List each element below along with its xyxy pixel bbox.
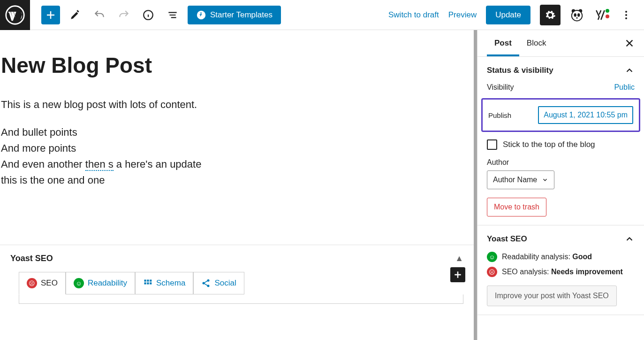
chevron-up-icon: [624, 234, 635, 244]
chevron-up-icon: [624, 65, 635, 76]
info-icon[interactable]: [139, 6, 158, 24]
add-block-button[interactable]: [41, 6, 60, 24]
sticky-checkbox-row[interactable]: Stick to the top of the blog: [487, 139, 635, 150]
status-visibility-panel: Status & visibility Visibility Public Pu…: [477, 57, 644, 225]
wordpress-logo[interactable]: [0, 0, 30, 30]
yoast-bottom-panel: Yoast SEO ▲ ☹ SEO ☺ Readability Schema: [0, 245, 474, 304]
spell-error[interactable]: then s: [85, 158, 114, 171]
more-options-icon[interactable]: [617, 6, 636, 24]
preview-button[interactable]: Preview: [448, 10, 477, 20]
paragraph-1[interactable]: This is a new blog post with lots of con…: [0, 97, 474, 112]
settings-sidebar: Post Block Status & visibility Visibilit…: [477, 30, 644, 340]
visibility-label: Visibility: [487, 83, 514, 92]
svg-point-7: [577, 13, 580, 17]
starter-templates-label: Starter Templates: [210, 10, 273, 20]
update-button[interactable]: Update: [486, 6, 530, 24]
chevron-down-icon: [542, 177, 548, 183]
publish-row-highlight: Publish August 1, 2021 10:55 pm: [481, 98, 640, 132]
sidebar-tab-post[interactable]: Post: [487, 30, 519, 56]
yoast-tab-readability[interactable]: ☺ Readability: [66, 272, 135, 294]
yoast-tab-seo[interactable]: ☹ SEO: [19, 272, 66, 294]
sticky-label: Stick to the top of the blog: [503, 140, 595, 149]
add-block-inline-button[interactable]: [450, 267, 465, 282]
grid-icon: [143, 278, 152, 288]
outline-icon[interactable]: [163, 6, 182, 24]
panda-icon[interactable]: [570, 8, 584, 22]
svg-point-6: [574, 13, 577, 17]
editor-area[interactable]: New Blog Post This is a new blog post wi…: [0, 30, 477, 340]
edit-icon[interactable]: [66, 6, 84, 24]
svg-point-9: [625, 11, 627, 13]
svg-rect-13: [147, 280, 149, 282]
svg-rect-15: [144, 283, 146, 285]
caret-up-icon: ▲: [455, 254, 463, 263]
switch-to-draft-button[interactable]: Switch to draft: [388, 10, 439, 20]
move-to-trash-button[interactable]: Move to trash: [487, 198, 546, 216]
visibility-row: Visibility Public: [487, 83, 635, 92]
seo-analysis-row[interactable]: ☹ SEO analysis: Needs improvement: [487, 267, 635, 277]
checkbox-icon[interactable]: [487, 139, 497, 150]
yoast-panel-header[interactable]: Yoast SEO ▲: [0, 245, 474, 272]
author-select[interactable]: Author Name: [487, 170, 554, 189]
publish-date-button[interactable]: August 1, 2021 10:55 pm: [538, 106, 633, 124]
toolbar-left-group: Starter Templates: [30, 6, 281, 24]
starter-templates-button[interactable]: Starter Templates: [188, 6, 281, 24]
content-line-4[interactable]: this is the one and one: [0, 172, 474, 188]
author-label: Author: [487, 158, 635, 167]
yoast-panel-toggle[interactable]: Yoast SEO: [487, 234, 635, 244]
svg-rect-14: [150, 280, 152, 282]
yoast-tab-social[interactable]: Social: [193, 272, 244, 294]
content-line-2[interactable]: And more points: [0, 140, 474, 156]
svg-point-8: [576, 17, 578, 19]
face-happy-icon: ☺: [74, 278, 84, 288]
toolbar-right-group: Switch to draft Preview Update: [388, 5, 644, 25]
improve-yoast-button[interactable]: Improve your post with Yoast SEO: [487, 286, 617, 306]
status-panel-toggle[interactable]: Status & visibility: [487, 65, 635, 76]
face-sad-icon: ☹: [487, 267, 497, 277]
svg-point-10: [625, 14, 627, 16]
share-icon: [201, 278, 211, 288]
yoast-icon[interactable]: [593, 8, 607, 22]
svg-rect-17: [150, 283, 152, 285]
face-happy-icon: ☺: [487, 252, 497, 262]
top-toolbar: Starter Templates Switch to draft Previe…: [0, 0, 644, 30]
close-sidebar-icon[interactable]: [624, 38, 635, 48]
svg-point-5: [572, 10, 583, 21]
content-line-3[interactable]: And even another then s a here's an upda…: [0, 156, 474, 172]
yoast-sidebar-panel: Yoast SEO ☺ Readability analysis: Good ☹…: [477, 225, 644, 315]
sidebar-tab-block[interactable]: Block: [519, 30, 554, 56]
sidebar-tabs: Post Block: [477, 30, 644, 57]
undo-icon[interactable]: [90, 6, 109, 24]
svg-point-11: [625, 17, 627, 19]
publish-label: Publish: [488, 111, 511, 119]
visibility-value-link[interactable]: Public: [614, 83, 635, 92]
svg-rect-16: [147, 283, 149, 285]
content-line-1[interactable]: And bullet points: [0, 124, 474, 140]
redo-icon[interactable]: [114, 6, 133, 24]
post-title[interactable]: New Blog Post: [0, 53, 474, 78]
readability-analysis-row[interactable]: ☺ Readability analysis: Good: [487, 252, 635, 262]
settings-gear-icon[interactable]: [540, 5, 561, 25]
yoast-tab-body: [19, 294, 463, 304]
face-sad-icon: ☹: [27, 278, 37, 288]
svg-rect-12: [144, 280, 146, 282]
yoast-tab-schema[interactable]: Schema: [135, 272, 193, 294]
